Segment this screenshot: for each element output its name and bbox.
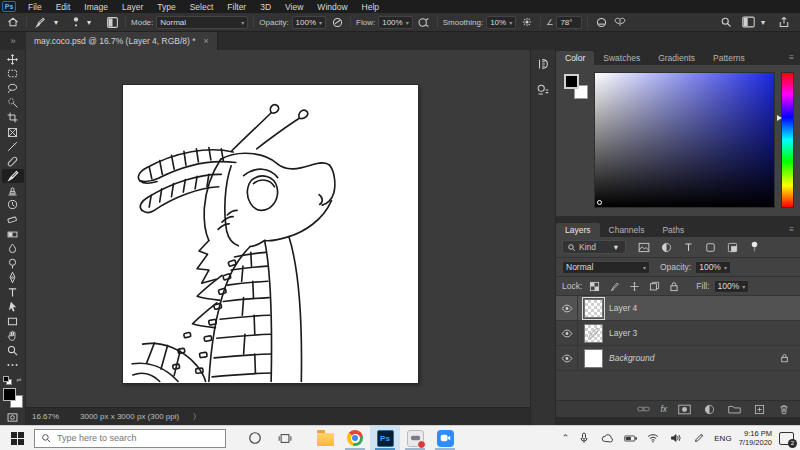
history-panel-icon[interactable] [535,56,551,72]
layer-opacity-select[interactable]: 100% ▾ [695,261,731,274]
hue-slider-marker[interactable] [777,115,782,121]
blend-mode-select[interactable]: Normal ▾ [156,16,248,29]
paint-symmetry-icon[interactable] [612,14,628,30]
toolbar-collapse-icon[interactable]: » [0,36,26,46]
language-indicator[interactable]: ENG [714,434,731,443]
smoothing-select[interactable]: 10% ▾ [486,16,516,29]
file-explorer-button[interactable] [310,426,340,450]
frame-tool[interactable] [2,125,24,140]
type-tool[interactable] [2,285,24,300]
path-selection-tool[interactable] [2,300,24,315]
kind-filter-select[interactable]: Kind ▾ [562,240,626,254]
search-input[interactable] [57,433,207,443]
layer-style-icon[interactable]: fx [660,404,667,414]
lasso-tool[interactable] [2,81,24,96]
panel-menu-icon[interactable]: ≡ [789,225,794,234]
layer-row-background[interactable]: Background [556,346,800,371]
add-mask-icon[interactable] [676,401,692,417]
quick-selection-tool[interactable] [2,96,24,111]
clone-stamp-tool[interactable] [2,183,24,198]
tab-layers[interactable]: Layers [556,223,600,237]
action-center-icon[interactable]: 2 [779,432,794,445]
pen-icon[interactable] [691,430,707,446]
menu-window[interactable]: Window [311,2,353,12]
visibility-toggle[interactable] [556,321,578,345]
adjustment-layer-icon[interactable] [701,401,717,417]
lock-artboard-icon[interactable] [646,278,662,294]
document-tab[interactable]: may.coco.psd @ 16.7% (Layer 4, RGB/8) * … [26,32,218,50]
default-swap-colors[interactable]: ⇄ [3,376,23,385]
tool-preset-picker[interactable]: ▾ [27,13,66,31]
onedrive-icon[interactable] [599,430,615,446]
cortana-button[interactable] [240,426,270,450]
zoom-tool[interactable] [2,343,24,358]
brush-size-picker[interactable]: ▾ [66,13,99,31]
delete-layer-icon[interactable] [776,401,792,417]
pen-tool[interactable] [2,270,24,285]
lock-position-icon[interactable] [626,278,642,294]
color-cursor[interactable] [597,200,602,205]
game-bar-button[interactable] [400,426,430,450]
new-group-icon[interactable] [726,401,742,417]
marquee-tool[interactable] [2,67,24,82]
tab-color[interactable]: Color [556,51,594,65]
menu-file[interactable]: File [22,2,48,12]
new-layer-icon[interactable] [751,401,767,417]
rectangle-tool[interactable] [2,314,24,329]
flow-select[interactable]: 100% ▾ [378,16,412,29]
photoshop-button[interactable]: Ps [370,426,400,450]
tab-gradients[interactable]: Gradients [649,51,704,65]
menu-help[interactable]: Help [356,2,385,12]
zoom-button[interactable] [430,426,460,450]
edit-toolbar-icon[interactable] [2,358,24,373]
home-icon[interactable] [5,14,21,30]
brush-tool[interactable] [2,169,24,184]
layer-thumbnail[interactable] [584,324,603,343]
lock-all-icon[interactable] [666,278,682,294]
panel-menu-icon[interactable]: ≡ [789,53,794,62]
volume-icon[interactable] [668,430,684,446]
taskbar-clock[interactable]: 9:16 PM 7/19/2020 [739,429,772,448]
menu-3d[interactable]: 3D [254,2,277,12]
lock-image-icon[interactable] [606,278,622,294]
pasteboard[interactable] [26,50,530,407]
lock-transparency-icon[interactable] [586,278,602,294]
foreground-color-swatch[interactable] [3,388,16,401]
visibility-toggle[interactable] [556,346,578,370]
workspace-switcher[interactable]: ▾ [742,16,768,29]
canvas[interactable] [123,85,418,383]
menu-type[interactable]: Type [151,2,181,12]
layer-thumbnail[interactable] [584,349,603,368]
filter-pixel-layers-icon[interactable] [636,239,652,255]
dodge-tool[interactable] [2,256,24,271]
menu-image[interactable]: Image [78,2,114,12]
fill-select[interactable]: 100% ▾ [714,280,750,293]
gear-icon[interactable] [519,14,535,30]
tab-swatches[interactable]: Swatches [594,51,649,65]
opacity-select[interactable]: 100% ▾ [292,16,326,29]
menu-select[interactable]: Select [184,2,220,12]
task-view-button[interactable] [270,426,300,450]
brush-settings-panel-icon[interactable] [104,14,120,30]
wifi-icon[interactable] [645,430,661,446]
zoom-level[interactable]: 16.67% [32,412,66,421]
hue-slider[interactable] [781,72,794,208]
layer-blend-mode-select[interactable]: Normal ▾ [562,261,650,274]
battery-icon[interactable] [622,430,638,446]
pressure-opacity-icon[interactable] [329,14,345,30]
visibility-toggle[interactable] [556,296,578,320]
taskbar-search[interactable] [34,429,226,448]
tab-channels[interactable]: Channels [600,223,654,237]
tab-paths[interactable]: Paths [653,223,693,237]
eraser-tool[interactable] [2,212,24,227]
menu-view[interactable]: View [279,2,309,12]
pressure-size-icon[interactable] [593,14,609,30]
move-tool[interactable] [2,52,24,67]
layer-name[interactable]: Background [609,353,770,363]
start-button[interactable] [0,426,34,450]
layer-name[interactable]: Layer 3 [609,328,792,338]
search-icon[interactable] [718,14,734,30]
layer-name[interactable]: Layer 4 [609,303,792,313]
menu-edit[interactable]: Edit [50,2,77,12]
filter-shape-layers-icon[interactable] [702,239,718,255]
